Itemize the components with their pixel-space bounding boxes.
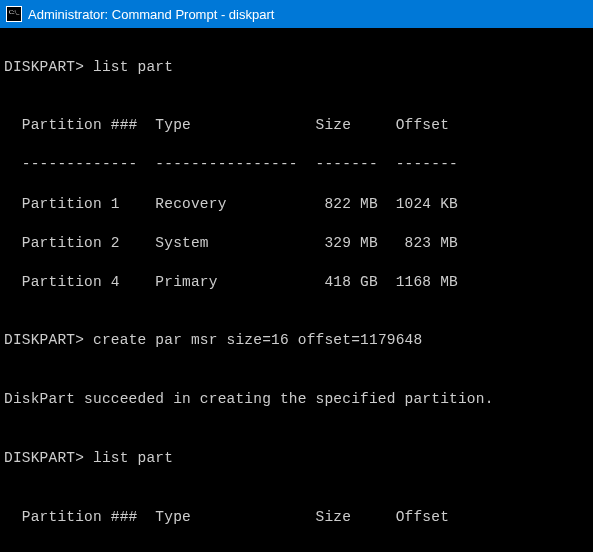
prompt-line: DISKPART> create par msr size=16 offset=… — [4, 331, 589, 351]
table-row: Partition 1 Recovery 822 MB 1024 KB — [4, 195, 589, 215]
table-header: Partition ### Type Size Offset — [4, 116, 589, 136]
window-title: Administrator: Command Prompt - diskpart — [28, 7, 274, 22]
table-divider: ------------- ---------------- ------- -… — [4, 547, 589, 552]
svg-text:C:\_: C:\_ — [9, 9, 20, 15]
prompt-line: DISKPART> list part — [4, 449, 589, 469]
cmd-icon: C:\_ — [6, 6, 22, 22]
title-bar[interactable]: C:\_ Administrator: Command Prompt - dis… — [0, 0, 593, 28]
command-text: list part — [93, 59, 173, 75]
command-text: create par msr size=16 offset=1179648 — [93, 332, 422, 348]
table-row: Partition 2 System 329 MB 823 MB — [4, 234, 589, 254]
status-message: DiskPart succeeded in creating the speci… — [4, 390, 589, 410]
terminal-output[interactable]: DISKPART> list part Partition ### Type S… — [0, 28, 593, 552]
table-header: Partition ### Type Size Offset — [4, 508, 589, 528]
table-divider: ------------- ---------------- ------- -… — [4, 155, 589, 175]
command-text: list part — [93, 450, 173, 466]
table-row: Partition 4 Primary 418 GB 1168 MB — [4, 273, 589, 293]
prompt-line: DISKPART> list part — [4, 58, 589, 78]
